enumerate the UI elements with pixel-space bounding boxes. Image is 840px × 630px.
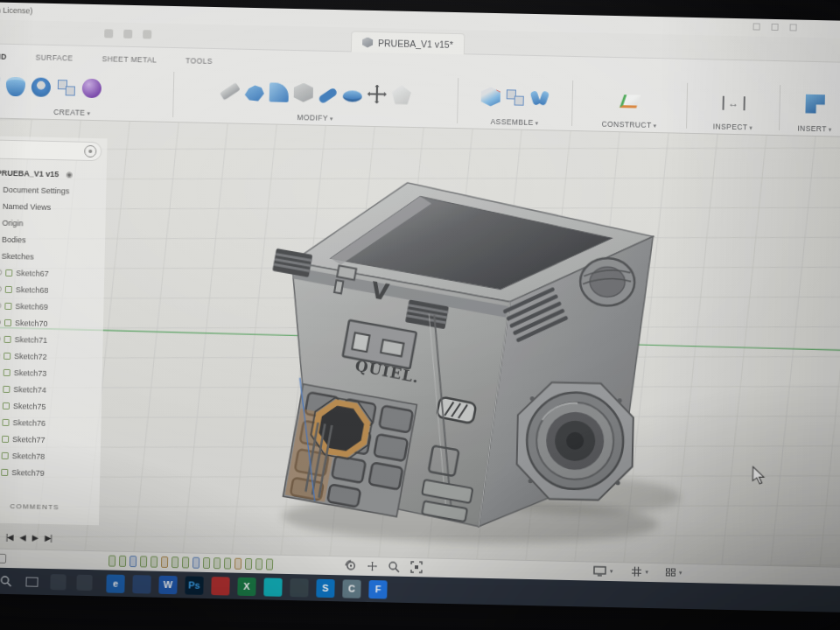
browser-sketch-item[interactable]: Sketch70 — [0, 313, 103, 333]
pattern-icon[interactable] — [57, 78, 76, 97]
timeline-playback-button[interactable]: ◀ — [19, 532, 25, 542]
pinned-app-icon[interactable] — [76, 575, 92, 591]
close-icon[interactable] — [789, 24, 796, 31]
new-component-icon[interactable] — [481, 87, 500, 106]
cylinder-icon[interactable] — [6, 76, 25, 95]
browser-toggle-icon[interactable] — [84, 145, 96, 158]
browser-node[interactable]: ▸Bodies — [0, 230, 105, 250]
taskbar-app-icon[interactable] — [211, 577, 229, 595]
tab-solid[interactable]: SOLID — [0, 49, 10, 64]
browser-node[interactable]: ▸Origin — [0, 214, 106, 234]
browser-node[interactable]: ▾Sketches — [0, 247, 105, 267]
timeline-feature-icon[interactable] — [256, 558, 262, 570]
hole-icon[interactable] — [32, 77, 51, 96]
document-tab[interactable]: PRUEBA_V1 v15* — [351, 31, 465, 54]
timeline-feature-icon[interactable] — [130, 556, 136, 567]
inspect-menu[interactable]: INSPECT▾ — [687, 122, 779, 132]
zoom-icon[interactable] — [388, 560, 400, 572]
search-button[interactable] — [0, 568, 19, 595]
browser-root-node[interactable]: ▾ PRUEBA_V1 v15 ◉ — [0, 164, 107, 184]
model-3d[interactable]: V QUIEL. — [267, 180, 654, 530]
taskbar-app-icon[interactable]: C — [342, 579, 360, 598]
grid-settings-menu[interactable]: ▾ — [630, 566, 648, 578]
split-icon[interactable] — [343, 90, 362, 102]
taskbar-app-icon[interactable] — [132, 575, 150, 593]
offset-face-icon[interactable] — [318, 88, 338, 105]
viewport-canvas[interactable]: V QUIEL. — [0, 118, 840, 567]
taskbar-app-icon[interactable]: Ps — [185, 576, 203, 594]
fit-icon[interactable] — [410, 561, 423, 573]
visibility-bulb-icon[interactable] — [0, 270, 2, 276]
assemble-menu[interactable]: ASSEMBLE▾ — [458, 116, 571, 128]
browser-sketch-item[interactable]: Sketch79 — [0, 463, 100, 483]
timeline-playback-button[interactable]: ▶ — [32, 533, 38, 542]
browser-sketch-item[interactable]: Sketch76 — [0, 413, 102, 433]
press-pull-icon[interactable] — [220, 82, 241, 100]
task-view-button[interactable] — [18, 568, 46, 595]
activate-component-icon[interactable]: ◉ — [66, 170, 73, 178]
insert-menu[interactable]: INSERT▾ — [780, 123, 840, 134]
timeline-feature-icon[interactable] — [245, 558, 252, 570]
timeline-feature-icon[interactable] — [224, 557, 231, 569]
move-copy-icon[interactable] — [368, 84, 387, 103]
browser-sketch-item[interactable]: Sketch73 — [0, 363, 102, 383]
visibility-bulb-icon[interactable] — [0, 303, 2, 309]
browser-sketch-item[interactable]: Sketch78 — [0, 446, 101, 466]
measure-icon[interactable]: ↔ — [722, 96, 745, 111]
taskbar-app-icon[interactable]: F — [368, 580, 387, 598]
timeline-feature-icon[interactable] — [108, 556, 116, 567]
combine-icon[interactable] — [294, 83, 313, 102]
timeline-feature-icon[interactable] — [234, 558, 242, 570]
timeline-feature-icon[interactable] — [192, 557, 200, 569]
browser-sketch-item[interactable]: Sketch74 — [0, 380, 102, 400]
browser-node[interactable]: ▸Named Views — [0, 197, 106, 217]
fillet-icon[interactable] — [245, 81, 264, 101]
orbit-icon[interactable] — [345, 559, 357, 571]
tab-sheet-metal[interactable]: SHEET METAL — [99, 52, 159, 66]
3d-viewport[interactable]: V QUIEL. — [0, 118, 840, 567]
visibility-bulb-icon[interactable] — [0, 286, 2, 292]
timeline-feature-icon[interactable] — [172, 556, 178, 568]
timeline-options-icon[interactable] — [0, 554, 6, 564]
browser-sketch-item[interactable]: Sketch69 — [0, 297, 104, 317]
save-icon[interactable] — [123, 30, 132, 38]
browser-sketch-item[interactable]: Sketch72 — [0, 346, 102, 367]
construct-menu[interactable]: CONSTRUCT▾ — [572, 119, 686, 130]
file-menu-icon[interactable] — [104, 29, 113, 38]
browser-sketch-item[interactable]: Sketch75 — [0, 396, 102, 416]
quick-access-toolbar[interactable] — [104, 29, 151, 38]
taskbar-app-icon[interactable]: e — [106, 574, 124, 592]
viewports-menu[interactable]: ▾ — [666, 568, 682, 576]
timeline-feature-icon[interactable] — [182, 556, 189, 568]
delete-icon[interactable] — [392, 85, 411, 104]
taskbar-app-icon[interactable]: W — [158, 575, 177, 593]
timeline-feature-icon[interactable] — [140, 556, 147, 567]
shell-icon[interactable] — [270, 82, 289, 102]
timeline-feature-icon[interactable] — [150, 556, 158, 568]
browser-sketch-item[interactable]: Sketch68 — [0, 280, 104, 300]
pinned-app-icon[interactable] — [50, 574, 66, 590]
taskbar-app-icon[interactable] — [263, 578, 282, 596]
timeline-playback-button[interactable]: ▶| — [45, 533, 52, 542]
browser-sketch-item[interactable]: Sketch71 — [0, 330, 103, 350]
browser-header-pill[interactable] — [0, 139, 102, 161]
taskbar-app-icon[interactable] — [290, 578, 308, 597]
taskbar-app-icon[interactable]: S — [316, 578, 334, 597]
maximize-icon[interactable] — [771, 24, 778, 31]
window-controls[interactable] — [753, 23, 797, 31]
pan-icon[interactable] — [368, 561, 377, 570]
insert-icon[interactable] — [805, 94, 824, 113]
timeline-feature-icon[interactable] — [161, 556, 168, 568]
timeline-feature-icon[interactable] — [214, 557, 220, 569]
comments-label[interactable]: COMMENTS — [10, 502, 59, 511]
tab-tools[interactable]: TOOLS — [183, 53, 215, 68]
timeline-feature-icon[interactable] — [266, 558, 273, 570]
tab-surface[interactable]: SURFACE — [32, 50, 75, 65]
construction-plane-icon[interactable] — [620, 94, 640, 108]
visibility-bulb-icon[interactable] — [0, 319, 1, 326]
joint-icon[interactable] — [530, 88, 550, 107]
browser-node[interactable]: ▸Document Settings — [0, 180, 107, 200]
taskbar-app-icon[interactable]: X — [237, 577, 256, 595]
visibility-bulb-icon[interactable] — [0, 336, 1, 342]
timeline-playback-button[interactable]: |◀ — [6, 532, 13, 542]
